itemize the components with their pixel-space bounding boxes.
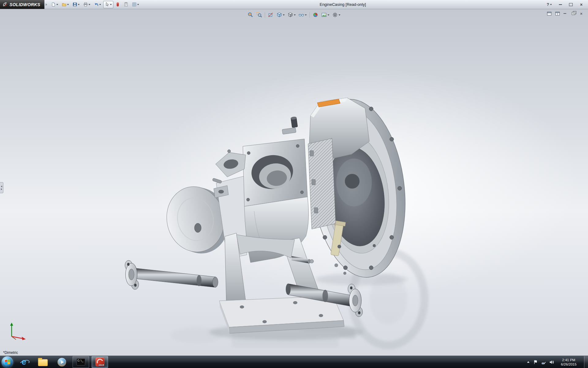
window-icon bbox=[547, 12, 552, 16]
undo-icon bbox=[94, 2, 99, 7]
edit-appearance-qat-button[interactable] bbox=[114, 1, 122, 8]
taskbar-item-command-prompt[interactable]: C:\_ bbox=[73, 356, 89, 368]
play-icon bbox=[61, 360, 64, 364]
left-shaft bbox=[125, 260, 218, 289]
restore-document-button[interactable] bbox=[570, 11, 576, 16]
print-icon bbox=[83, 2, 88, 7]
volume-icon[interactable] bbox=[549, 359, 554, 365]
panel-handle[interactable] bbox=[0, 182, 3, 193]
clipboard-icon bbox=[124, 2, 128, 7]
taskbar: e C:\_ 2015 bbox=[0, 356, 588, 368]
window-controls: ? × bbox=[545, 2, 588, 7]
restore-icon bbox=[572, 12, 575, 15]
dropdown-caret-icon bbox=[328, 14, 330, 16]
clock[interactable]: 2:41 PM 6/26/2015 bbox=[558, 358, 579, 366]
solidworks-version-badge: 2015 bbox=[99, 364, 104, 366]
section-view-icon bbox=[268, 12, 274, 18]
command-prompt-icon: C:\_ bbox=[77, 358, 85, 366]
solidworks-logo[interactable]: SOLIDWORKS bbox=[0, 0, 44, 9]
minimize-icon bbox=[564, 13, 566, 14]
orientation-triad[interactable] bbox=[7, 321, 29, 341]
network-icon[interactable] bbox=[541, 359, 546, 365]
edit-appearance-button[interactable] bbox=[312, 11, 319, 18]
engine-casing-model[interactable] bbox=[0, 9, 588, 356]
view-orientation-cube-icon bbox=[277, 12, 282, 18]
taskbar-item-media-player[interactable] bbox=[54, 356, 70, 368]
apply-scene-button[interactable] bbox=[320, 11, 330, 18]
scene-icon bbox=[321, 12, 327, 18]
hidden-icons-button[interactable] bbox=[525, 361, 530, 363]
display-style-cube-icon bbox=[288, 12, 293, 18]
taskbar-item-solidworks[interactable]: 2015 bbox=[92, 356, 108, 368]
dropdown-caret-icon bbox=[283, 14, 285, 16]
close-icon: × bbox=[580, 12, 582, 16]
dropdown-caret-icon bbox=[99, 4, 101, 5]
open-document-button[interactable] bbox=[60, 1, 70, 8]
zoom-to-area-button[interactable] bbox=[255, 11, 263, 18]
dropdown-caret-icon bbox=[550, 4, 552, 5]
support-stand bbox=[219, 233, 344, 333]
taskbar-item-windows-explorer[interactable] bbox=[35, 356, 51, 368]
appearance-ball-icon bbox=[313, 12, 318, 18]
minimize-document-button[interactable] bbox=[562, 11, 568, 16]
view-orientation-label: *Dimetric bbox=[3, 351, 18, 355]
zoom-to-fit-button[interactable] bbox=[247, 11, 254, 18]
split-window-button[interactable] bbox=[553, 11, 560, 16]
dropdown-caret-icon bbox=[110, 4, 112, 5]
split-window-icon bbox=[555, 12, 560, 16]
section-view-button[interactable] bbox=[267, 11, 275, 18]
save-button[interactable] bbox=[71, 1, 81, 8]
view-settings-gear-icon bbox=[332, 12, 338, 18]
new-window-button[interactable] bbox=[545, 11, 551, 16]
print-button[interactable] bbox=[82, 1, 92, 8]
minimize-icon bbox=[559, 4, 562, 5]
titlebar: SOLIDWORKS bbox=[0, 0, 588, 9]
view-orientation-button[interactable] bbox=[276, 11, 286, 18]
zoom-area-icon bbox=[256, 12, 262, 18]
select-cursor-icon bbox=[105, 2, 109, 7]
chevron-right-icon bbox=[1, 188, 2, 190]
help-button[interactable]: ? bbox=[545, 2, 554, 7]
document-window-controls: × bbox=[545, 11, 584, 16]
display-style-button[interactable] bbox=[287, 11, 297, 18]
undo-button[interactable] bbox=[92, 1, 103, 8]
solidworks-window: SOLIDWORKS bbox=[0, 0, 588, 368]
solidworks-icon: 2015 bbox=[96, 358, 104, 366]
dropdown-caret-icon bbox=[67, 4, 69, 5]
maximize-button[interactable] bbox=[567, 2, 575, 7]
dropdown-caret-icon bbox=[56, 4, 58, 5]
action-center-icon[interactable] bbox=[533, 359, 538, 365]
file-properties-button[interactable] bbox=[122, 1, 130, 8]
internet-explorer-icon: e bbox=[19, 358, 29, 367]
brand-text: SOLIDWORKS bbox=[9, 2, 40, 7]
chevron-left-icon bbox=[1, 186, 2, 187]
show-desktop-button[interactable] bbox=[584, 356, 588, 368]
zoom-fit-icon bbox=[248, 12, 254, 18]
appearance-icon bbox=[115, 2, 120, 7]
start-button[interactable] bbox=[2, 356, 13, 368]
options-button[interactable] bbox=[130, 1, 141, 8]
new-document-icon bbox=[51, 2, 56, 7]
view-settings-button[interactable] bbox=[331, 11, 341, 18]
ie-orbit-ring bbox=[19, 359, 30, 367]
new-document-button[interactable] bbox=[50, 1, 60, 8]
clock-date: 6/26/2015 bbox=[558, 362, 579, 366]
close-button[interactable]: × bbox=[578, 2, 585, 7]
save-icon bbox=[73, 2, 77, 7]
glasses-icon bbox=[299, 12, 304, 18]
help-glyph: ? bbox=[547, 2, 549, 7]
quick-access-toolbar bbox=[47, 1, 141, 8]
dropdown-caret-icon bbox=[137, 4, 139, 5]
hide-show-items-button[interactable] bbox=[298, 11, 308, 18]
taskbar-item-internet-explorer[interactable]: e bbox=[16, 356, 32, 368]
system-tray: 2:41 PM 6/26/2015 bbox=[525, 356, 588, 368]
close-document-button[interactable]: × bbox=[578, 11, 584, 16]
close-icon: × bbox=[580, 2, 582, 7]
clock-time: 2:41 PM bbox=[558, 358, 579, 362]
select-button[interactable] bbox=[103, 1, 113, 8]
dropdown-caret-icon bbox=[89, 4, 90, 5]
dropdown-caret-icon bbox=[339, 14, 341, 16]
media-player-icon bbox=[58, 358, 66, 366]
minimize-button[interactable] bbox=[557, 2, 564, 7]
graphics-viewport[interactable]: × *Dimetric bbox=[0, 9, 588, 356]
